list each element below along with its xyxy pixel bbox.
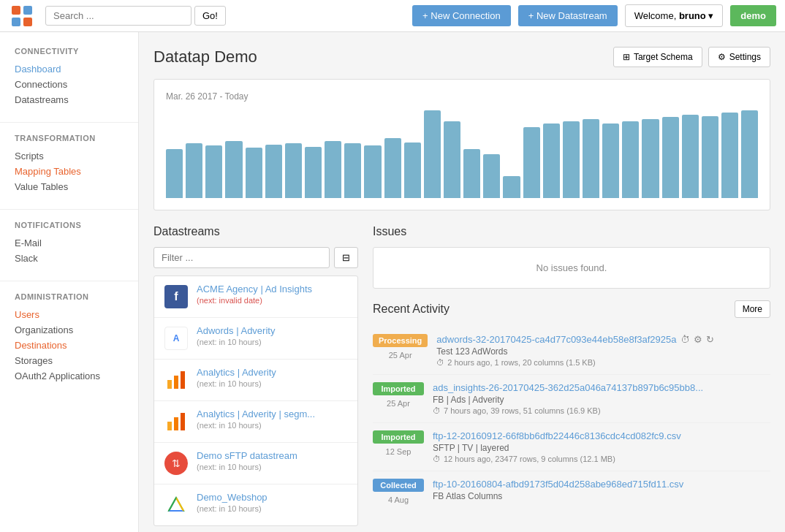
sidebar-item-slack[interactable]: Slack: [15, 251, 124, 266]
target-schema-icon: ⊞: [623, 52, 630, 62]
datastream-info: Analytics | Adverity | segm... (next: in…: [197, 408, 349, 430]
page-title: Datatap Demo: [153, 48, 257, 66]
google-ads-icon: A: [164, 327, 188, 350]
page-header: Datatap Demo ⊞ Target Schema ⚙ Settings: [153, 47, 770, 67]
activity-item: Collected 4 Aug ftp-10-20160804-afbd9173…: [373, 471, 770, 512]
activity-item: Imported 25 Apr ads_insights-26-20170425…: [373, 375, 770, 423]
svg-marker-10: [169, 498, 183, 511]
activity-name-text: ftp-10-20160804-afbd9173f5d04d258abe968e…: [433, 479, 683, 490]
activity-date: 25 Apr: [389, 351, 412, 360]
datastream-icon: [163, 367, 189, 393]
chart-bar: [463, 149, 480, 199]
clock-icon[interactable]: ⏱: [680, 334, 690, 345]
datastream-icon: [163, 408, 189, 435]
svg-rect-8: [174, 417, 178, 430]
datastream-item[interactable]: Analytics | Adverity | segm... (next: in…: [154, 401, 357, 443]
status-badge: Processing: [373, 334, 428, 347]
datastream-next: (next: in 10 hours): [197, 504, 349, 513]
chart-bars: [166, 110, 758, 198]
sidebar-item-email[interactable]: E-Mail: [15, 235, 124, 251]
datastream-name: Adwords | Adverity: [197, 325, 349, 336]
activity-item: Processing 25 Apr adwords-32-20170425-ca…: [373, 327, 770, 375]
username: bruno: [679, 10, 706, 21]
sidebar-item-datastreams[interactable]: Datastreams: [15, 92, 124, 107]
datastream-next: (next: in 10 hours): [197, 338, 349, 346]
sidebar-item-mapping-tables[interactable]: Mapping Tables: [15, 164, 124, 179]
chart-bar: [325, 141, 341, 198]
activity-info: ftp-10-20160804-afbd9173f5d04d258abe968e…: [433, 479, 770, 501]
activity-sub: Test 123 AdWords: [436, 346, 770, 357]
datastream-icon: ⇅: [163, 450, 189, 476]
chart-card: Mar. 26 2017 - Today: [153, 79, 770, 210]
datastreams-title: Datastreams: [153, 225, 358, 238]
sidebar-item-connections[interactable]: Connections: [15, 77, 124, 92]
search-input[interactable]: [45, 6, 191, 26]
sidebar-item-value-tables[interactable]: Value Tables: [15, 179, 124, 194]
refresh-icon[interactable]: ↻: [706, 334, 714, 345]
chart-bar: [364, 145, 381, 198]
sidebar-item-destinations[interactable]: Destinations: [15, 338, 124, 353]
chart-bar: [205, 145, 222, 198]
svg-rect-4: [167, 380, 172, 389]
status-badge: Imported: [373, 382, 424, 395]
chart-bar: [225, 141, 242, 198]
activity-name[interactable]: ads_insights-26-20170425-362d25a046a7413…: [433, 382, 770, 393]
env-button[interactable]: demo: [730, 5, 776, 26]
go-button[interactable]: Go!: [194, 6, 226, 26]
datastream-info: ACME Agency | Ad Insights (next: invalid…: [197, 284, 349, 305]
activity-sub: FB Atlas Columns: [433, 491, 770, 501]
new-connection-button[interactable]: + New Connection: [412, 5, 511, 26]
activity-meta: ⏱12 hours ago, 23477 rows, 9 columns (12…: [433, 455, 770, 463]
activity-name-text: ads_insights-26-20170425-362d25a046a7413…: [433, 382, 703, 393]
sidebar-item-oauth2[interactable]: OAuth2 Applications: [15, 368, 124, 384]
datastream-name: Demo sFTP datastream: [197, 450, 349, 461]
welcome-button[interactable]: Welcome, bruno ▾: [625, 4, 724, 27]
sidebar-item-storages[interactable]: Storages: [15, 353, 124, 368]
recent-title: Recent Activity: [373, 303, 450, 316]
chart-bar: [424, 110, 441, 198]
clock-meta-icon: ⏱: [433, 406, 441, 415]
target-schema-button[interactable]: ⊞ Target Schema: [613, 47, 702, 67]
datastream-icon: A: [163, 325, 189, 352]
activity-name[interactable]: adwords-32-20170425-ca4d77c093e44eb58e8f…: [436, 334, 770, 345]
sidebar-item-users[interactable]: Users: [15, 307, 124, 322]
notifications-section: NOTIFICATIONS E-Mail Slack: [0, 221, 138, 266]
datastream-item[interactable]: ⇅ Demo sFTP datastream (next: in 10 hour…: [154, 443, 357, 484]
activity-sub: SFTP | TV | layered: [433, 443, 770, 453]
administration-section: ADMINISTRATION Users Organizations Desti…: [0, 292, 138, 384]
datastream-item[interactable]: A Adwords | Adverity (next: in 10 hours): [154, 318, 357, 360]
datastream-item[interactable]: f ACME Agency | Ad Insights (next: inval…: [154, 276, 357, 318]
sidebar: CONNECTIVITY Dashboard Connections Datas…: [0, 32, 139, 532]
activity-status-col: Processing 25 Apr: [373, 334, 428, 360]
datastream-item[interactable]: Demo_Webshop (next: in 10 hours): [154, 484, 357, 525]
filter-button[interactable]: ⊟: [334, 247, 358, 268]
datastream-name: Analytics | Adverity: [197, 367, 349, 378]
chart-bar: [384, 138, 401, 199]
sidebar-item-organizations[interactable]: Organizations: [15, 322, 124, 338]
datastream-icon: f: [163, 284, 189, 310]
chart-bar: [285, 143, 302, 198]
new-datastream-button[interactable]: + New Datastream: [518, 5, 618, 26]
activity-name[interactable]: ftp-10-20160804-afbd9173f5d04d258abe968e…: [433, 479, 770, 490]
recent-header: Recent Activity More: [373, 300, 770, 318]
datastream-next: (next: in 10 hours): [197, 379, 349, 388]
page-actions: ⊞ Target Schema ⚙ Settings: [613, 47, 770, 67]
more-button[interactable]: More: [735, 300, 770, 318]
chart-bar: [344, 143, 361, 198]
settings-button[interactable]: ⚙ Settings: [708, 47, 770, 67]
sidebar-item-dashboard[interactable]: Dashboard: [15, 61, 124, 77]
datastream-info: Analytics | Adverity (next: in 10 hours): [197, 367, 349, 388]
app-layout: CONNECTIVITY Dashboard Connections Datas…: [0, 32, 785, 532]
datastream-item[interactable]: Analytics | Adverity (next: in 10 hours): [154, 360, 357, 401]
filter-input[interactable]: [153, 247, 330, 268]
sidebar-item-scripts[interactable]: Scripts: [15, 148, 124, 164]
status-badge: Imported: [373, 430, 424, 444]
svg-rect-1: [23, 6, 32, 15]
chart-bar: [602, 123, 619, 198]
datastream-next: (next: invalid date): [197, 296, 349, 305]
gear-icon[interactable]: ⚙: [694, 334, 702, 345]
facebook-icon: f: [164, 285, 188, 308]
notifications-title: NOTIFICATIONS: [15, 221, 124, 229]
activity-name[interactable]: ftp-12-20160912-66f8bb6dfb22446c8136cdc4…: [433, 430, 770, 441]
header: Go! + New Connection + New Datastream We…: [0, 0, 785, 32]
